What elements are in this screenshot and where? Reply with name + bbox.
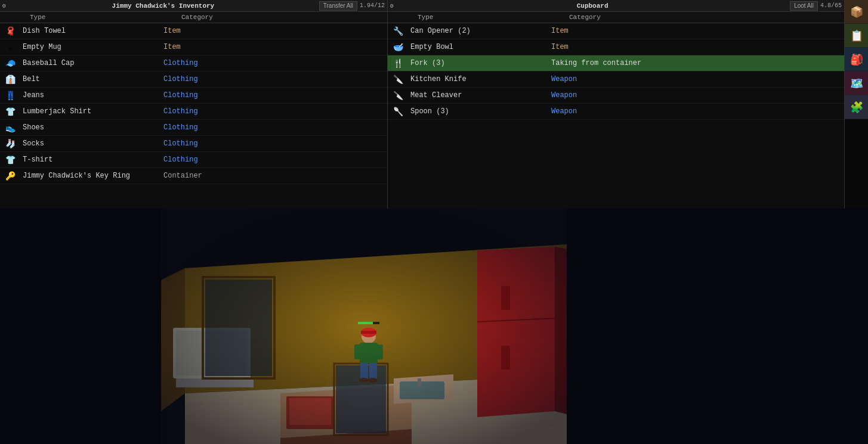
item-icon: 🥣: [390, 39, 406, 55]
item-icon: ☕: [2, 39, 18, 55]
item-icon: 👟: [2, 120, 18, 135]
item-name: Meat Cleaver: [408, 91, 551, 100]
left-item-row[interactable]: ☕ Empty Mug Item: [0, 39, 387, 55]
left-gear-icon[interactable]: ⚙: [2, 2, 6, 10]
right-col-headers: Type Category: [388, 12, 844, 23]
item-icon: 🔧: [390, 23, 406, 39]
room-svg: [161, 209, 567, 444]
thumbnail-item[interactable]: 🧩: [845, 95, 868, 119]
item-category: Item: [551, 43, 844, 51]
left-weight-display: 1.94/12: [360, 2, 385, 9]
left-panel-header: ⚙ Jimmy Chadwick's Inventory Transfer Al…: [0, 0, 387, 12]
vignette: [161, 209, 567, 444]
item-name: Dish Towel: [20, 27, 163, 35]
right-inventory-panel: ⚙ Cupboard Loot All 4.8/65 Type Category…: [388, 0, 844, 209]
item-name: Empty Bowl: [408, 43, 551, 51]
item-name: Belt: [20, 75, 163, 83]
dark-left: [0, 209, 167, 444]
right-col-type: Type: [388, 13, 567, 21]
item-category: Container: [163, 172, 387, 180]
item-icon: 🔪: [390, 72, 406, 87]
item-icon: 🍴: [390, 55, 406, 71]
thumbnail-item[interactable]: 📋: [845, 24, 868, 48]
item-icon: 👖: [2, 88, 18, 103]
item-category: Weapon: [551, 107, 844, 116]
game-world: [0, 209, 868, 444]
left-col-type: Type: [0, 13, 179, 21]
left-col-category: Category: [179, 13, 387, 21]
item-category: Clothing: [163, 107, 387, 116]
item-icon: 🧦: [2, 136, 18, 151]
right-item-row[interactable]: 🔧 Can Opener (2) Item: [388, 23, 844, 39]
item-icon: 🧢: [2, 55, 18, 71]
item-icon: 👔: [2, 72, 18, 87]
item-icon: 🥄: [390, 104, 406, 119]
thumbnail-item[interactable]: 🗺️: [845, 72, 868, 95]
item-category: Clothing: [163, 139, 387, 148]
item-icon: 👕: [2, 152, 18, 167]
room: [161, 209, 567, 444]
right-item-list: 🔧 Can Opener (2) Item 🥣 Empty Bowl Item …: [388, 23, 844, 209]
item-icon: 🧣: [2, 23, 18, 39]
left-item-row[interactable]: 👟 Shoes Clothing: [0, 120, 387, 136]
dark-right: [567, 209, 868, 444]
thumbnail-item[interactable]: 📦: [845, 0, 868, 24]
right-item-row[interactable]: 🥣 Empty Bowl Item: [388, 39, 844, 55]
left-item-row[interactable]: 👖 Jeans Clothing: [0, 88, 387, 104]
item-category: Weapon: [551, 75, 844, 83]
side-thumbnails: 📦📋🎒🗺️🧩: [844, 0, 868, 209]
left-item-row[interactable]: 👕 T-shirt Clothing: [0, 152, 387, 168]
item-icon: 🔪: [390, 88, 406, 103]
item-category: Clothing: [163, 75, 387, 83]
item-category: Clothing: [163, 156, 387, 164]
right-item-row[interactable]: 🔪 Kitchen Knife Weapon: [388, 72, 844, 88]
left-item-row[interactable]: 👕 Lumberjack Shirt Clothing: [0, 104, 387, 120]
left-panel-title: Jimmy Chadwick's Inventory: [7, 2, 319, 10]
left-inventory-panel: ⚙ Jimmy Chadwick's Inventory Transfer Al…: [0, 0, 388, 209]
thumbnail-item[interactable]: 🎒: [845, 48, 868, 72]
item-name: T-shirt: [20, 156, 163, 164]
item-icon: 👕: [2, 104, 18, 119]
right-gear-icon[interactable]: ⚙: [390, 2, 394, 10]
transfer-all-button[interactable]: Transfer All: [319, 1, 357, 11]
item-category: Item: [551, 27, 844, 35]
item-name: Fork (3): [408, 59, 551, 67]
left-item-row[interactable]: 🧦 Socks Clothing: [0, 136, 387, 152]
item-category: Taking from container: [551, 59, 844, 67]
item-category: Clothing: [163, 91, 387, 100]
left-item-row[interactable]: 🧣 Dish Towel Item: [0, 23, 387, 39]
left-col-headers: Type Category: [0, 12, 387, 23]
left-item-row[interactable]: 🧢 Baseball Cap Clothing: [0, 55, 387, 72]
left-item-row[interactable]: 🔑 Jimmy Chadwick's Key Ring Container: [0, 168, 387, 184]
left-item-list: 🧣 Dish Towel Item ☕ Empty Mug Item 🧢 Bas…: [0, 23, 387, 209]
item-name: Lumberjack Shirt: [20, 107, 163, 116]
item-icon: 🔑: [2, 168, 18, 184]
item-name: Jeans: [20, 91, 163, 100]
right-item-row[interactable]: 🔪 Meat Cleaver Weapon: [388, 88, 844, 104]
item-name: Spoon (3): [408, 107, 551, 116]
loot-all-button[interactable]: Loot All: [790, 1, 818, 11]
item-category: Clothing: [163, 59, 387, 67]
item-category: Weapon: [551, 91, 844, 100]
item-category: Item: [163, 27, 387, 35]
item-name: Can Opener (2): [408, 27, 551, 35]
right-panel-title: Cupboard: [395, 2, 790, 10]
right-col-category: Category: [567, 13, 844, 21]
game-scene: [161, 209, 567, 444]
item-name: Kitchen Knife: [408, 75, 551, 83]
item-name: Baseball Cap: [20, 59, 163, 67]
right-item-row[interactable]: 🥄 Spoon (3) Weapon: [388, 104, 844, 120]
left-item-row[interactable]: 👔 Belt Clothing: [0, 72, 387, 88]
item-category: Clothing: [163, 123, 387, 132]
right-weight-display: 4.8/65: [820, 2, 842, 9]
item-name: Jimmy Chadwick's Key Ring: [20, 172, 163, 180]
right-item-row[interactable]: 🍴 Fork (3) Taking from container: [388, 55, 844, 72]
item-name: Empty Mug: [20, 43, 163, 51]
item-name: Socks: [20, 139, 163, 148]
right-panel-header: ⚙ Cupboard Loot All 4.8/65: [388, 0, 844, 12]
item-name: Shoes: [20, 123, 163, 132]
item-category: Item: [163, 43, 387, 51]
